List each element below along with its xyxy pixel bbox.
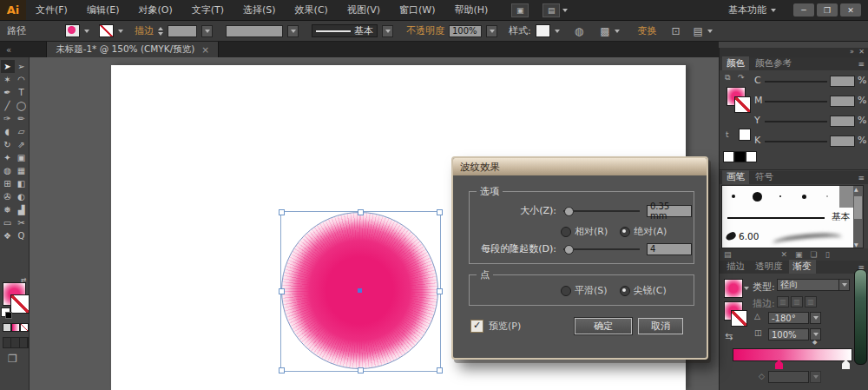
selection-handle[interactable] [358, 367, 364, 373]
draw-inside-mode[interactable] [20, 338, 28, 347]
size-input[interactable]: 0.35 mm [647, 205, 692, 217]
swap-colors-icon[interactable]: ↷ [738, 73, 745, 82]
tab-close-icon[interactable]: × [201, 44, 209, 55]
menu-type[interactable]: 文字(T) [182, 0, 233, 20]
tab-color[interactable]: 颜色 [722, 56, 749, 70]
selection-handle[interactable] [437, 367, 443, 373]
draw-behind-mode[interactable] [11, 338, 19, 347]
more-options-icon[interactable]: ▤ [694, 26, 703, 36]
rotate-tool[interactable]: ↻ [1, 138, 15, 151]
none-swatch[interactable] [723, 151, 734, 162]
stroke-link[interactable]: 描边 [135, 24, 154, 37]
default-fill-stroke-icon[interactable] [1, 307, 10, 317]
fill-color-swatch[interactable] [65, 24, 80, 37]
channel-y-slider[interactable] [765, 121, 827, 122]
chevron-down-icon[interactable] [84, 30, 89, 33]
selection-handle[interactable] [437, 288, 443, 294]
stroke-swatch[interactable] [10, 294, 30, 314]
tint-icon[interactable]: t [726, 130, 729, 139]
relative-radio[interactable] [561, 227, 571, 237]
gradient-stroke-proxy[interactable] [731, 310, 747, 327]
selection-handle[interactable] [279, 288, 285, 294]
menu-object[interactable]: 对象(O) [128, 0, 181, 20]
scroll-up-icon[interactable]: ▲ [854, 186, 858, 192]
delete-brush-icon[interactable]: ▯ [825, 250, 830, 259]
document-tab[interactable]: 未标题-1* @ 150% (CMYK/预览) × [46, 42, 219, 57]
chevron-down-icon[interactable] [744, 287, 749, 290]
channel-c-slider[interactable] [765, 81, 827, 83]
opacity-dropdown[interactable] [486, 25, 497, 37]
brush-definition-dropdown[interactable]: 基本 [312, 24, 378, 37]
dock-close-icon[interactable]: ✕ [858, 48, 865, 56]
ok-button[interactable]: 确定 [575, 318, 632, 334]
artboard-tool[interactable]: ▭ [1, 216, 15, 229]
size-slider[interactable] [563, 210, 640, 212]
stroke-weight-input[interactable] [168, 25, 197, 37]
screen-mode-icon[interactable]: ❐ [8, 353, 17, 365]
last-color-swatch[interactable] [739, 129, 751, 141]
tab-brushes[interactable]: 画笔 [722, 170, 749, 184]
copy-icon[interactable]: ⧉ [725, 73, 730, 83]
blend-tool[interactable]: ◐ [15, 190, 29, 203]
gradient-button[interactable] [11, 323, 20, 332]
paintbrush-tool[interactable]: ✑ [1, 112, 15, 125]
scale-tool[interactable]: ⇗ [15, 138, 29, 151]
direct-selection-tool[interactable]: ➢ [15, 60, 29, 73]
black-swatch[interactable] [734, 151, 746, 162]
draw-normal-mode[interactable] [3, 338, 11, 347]
angle-input[interactable]: -180° [768, 312, 809, 324]
close-button[interactable]: ✕ [840, 3, 861, 17]
restore-button[interactable]: ❐ [817, 3, 838, 17]
chevron-down-icon[interactable] [118, 30, 123, 33]
stroke-weight-stepper[interactable] [158, 27, 163, 36]
shape-builder-tool[interactable]: ◍ [1, 164, 15, 177]
pencil-tool[interactable]: ✏ [15, 112, 29, 125]
tab-symbols[interactable]: 符号 [751, 170, 778, 184]
channel-k-input[interactable] [830, 136, 855, 147]
bounding-box-icon[interactable]: ⊡ [672, 26, 681, 36]
type-tool[interactable]: T [15, 86, 29, 99]
selection-handle[interactable] [279, 367, 285, 373]
dialog-title-bar[interactable]: 波纹效果 [453, 158, 707, 175]
channel-m-input[interactable] [830, 96, 855, 107]
menu-window[interactable]: 窗口(W) [390, 0, 444, 20]
corner-radio[interactable] [620, 286, 630, 296]
column-graph-tool[interactable]: ▟ [15, 203, 29, 216]
drawing-modes[interactable] [3, 337, 29, 348]
menu-help[interactable]: 帮助(H) [444, 0, 497, 20]
variable-width-input[interactable] [226, 25, 283, 37]
brush-item[interactable] [746, 186, 770, 208]
step-down-icon[interactable] [158, 32, 163, 36]
vertical-slider[interactable] [854, 269, 867, 365]
brush-item[interactable] [816, 186, 840, 208]
chevron-down-icon[interactable] [615, 30, 620, 33]
brush-libraries-icon[interactable]: ▤ [724, 250, 732, 259]
aspect-ratio-input[interactable]: 100% [768, 328, 809, 340]
hand-tool[interactable]: ❖ [1, 229, 15, 242]
line-segment-tool[interactable]: ╱ [1, 99, 15, 112]
channel-y-input[interactable] [830, 116, 855, 127]
minimize-button[interactable]: ─ [793, 3, 814, 17]
gradient-midpoint-icon[interactable]: ◆ [812, 339, 817, 346]
zoom-tool[interactable]: Q [15, 229, 29, 242]
size-slider-knob[interactable] [564, 207, 574, 216]
pen-tool[interactable]: ✒ [1, 86, 15, 99]
brush-options-icon[interactable]: ▣ [795, 250, 803, 259]
free-transform-tool[interactable]: ▣ [15, 151, 29, 164]
bridge-icon[interactable]: ▣ [511, 3, 529, 17]
menu-edit[interactable]: 编辑(E) [77, 0, 129, 20]
chevron-down-icon[interactable] [707, 30, 713, 33]
brush-list-scrollbar[interactable]: ▲ ▼ [853, 186, 863, 248]
brush-item-basic[interactable]: 基本 [722, 208, 853, 228]
lasso-tool[interactable]: ◠ [15, 73, 29, 86]
tab-transparency[interactable]: 透明度 [751, 260, 787, 274]
tab-color-guide[interactable]: 颜色参考 [751, 56, 796, 70]
preview-checkbox[interactable]: ✓ [470, 320, 483, 333]
angle-arrow[interactable] [810, 312, 821, 324]
gradient-tool[interactable]: ◧ [15, 177, 29, 190]
tab-gradient[interactable]: 渐变 [789, 260, 816, 274]
selection-handle[interactable] [437, 209, 443, 215]
smooth-radio[interactable] [561, 286, 571, 296]
scroll-down-icon[interactable]: ▼ [854, 241, 858, 248]
new-brush-icon[interactable]: ❏ [811, 250, 818, 259]
